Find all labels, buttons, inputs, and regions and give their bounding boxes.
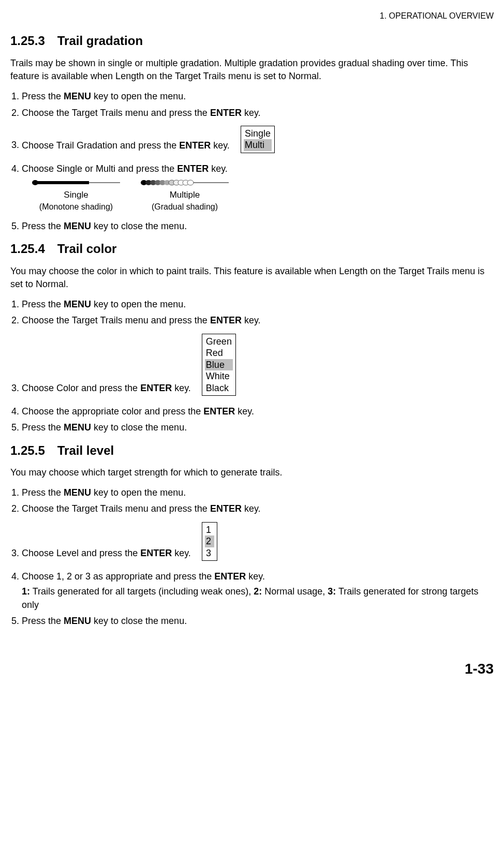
single-label: Single — [32, 189, 120, 201]
single-shading-col: Single (Monotone shading) — [32, 180, 120, 213]
option-green: Green — [205, 336, 233, 348]
list-item: Choose the Target Trails menu and press … — [22, 502, 494, 515]
chapter-header: 1. OPERATIONAL OVERVIEW — [10, 10, 494, 22]
svg-rect-1 — [35, 181, 89, 184]
option-level-1: 1 — [205, 524, 214, 536]
section-1255-num: 1.25.5 — [10, 443, 45, 457]
list-item: Press the MENU key to open the menu. — [22, 486, 494, 499]
list-item: Choose the Target Trails menu and press … — [22, 314, 494, 327]
list-item: Choose the Target Trails menu and press … — [22, 107, 494, 120]
option-blue: Blue — [205, 359, 233, 371]
option-level-3: 3 — [205, 547, 214, 559]
section-1255-steps: Press the MENU key to open the menu. Cho… — [10, 486, 494, 628]
option-red: Red — [205, 347, 233, 359]
list-item: Choose Trail Gradation and press the ENT… — [22, 123, 494, 159]
color-option-box: Green Red Blue White Black — [202, 334, 236, 396]
section-1254-title: Trail color — [57, 242, 117, 256]
list-item: Press the MENU key to open the menu. — [22, 90, 494, 103]
option-single: Single — [244, 128, 272, 140]
section-1255-intro: You may choose which target strength for… — [10, 466, 494, 479]
multiple-shading-col: Multiple (Gradual shading) — [141, 180, 229, 213]
single-sublabel: (Monotone shading) — [32, 201, 120, 213]
gradation-option-box: Single Multi — [241, 126, 275, 153]
section-1253-heading: 1.25.3Trail gradation — [10, 32, 494, 50]
svg-point-13 — [187, 180, 194, 185]
level-explanation: 1: Trails generated for all targets (inc… — [22, 585, 494, 611]
list-item: Press the MENU key to close the menu. — [22, 220, 494, 233]
list-item: Press the MENU key to close the menu. — [22, 615, 494, 628]
list-item: Choose Single or Multi and press the ENT… — [22, 162, 494, 213]
list-item: Choose Color and press the ENTER key. Gr… — [22, 331, 494, 403]
section-1254-steps: Press the MENU key to open the menu. Cho… — [10, 298, 494, 434]
level-option-box: 1 2 3 — [202, 522, 217, 561]
option-black: Black — [205, 382, 233, 394]
section-1254-heading: 1.25.4Trail color — [10, 240, 494, 258]
list-item: Choose 1, 2 or 3 as appropriate and pres… — [22, 570, 494, 612]
option-level-2: 2 — [205, 535, 214, 547]
section-1253-intro: Trails may be shown in single or multipl… — [10, 57, 494, 83]
list-item: Choose the appropriate color and press t… — [22, 405, 494, 418]
section-1253-num: 1.25.3 — [10, 34, 45, 48]
list-item: Press the MENU key to open the menu. — [22, 298, 494, 311]
section-1254-intro: You may choose the color in which to pai… — [10, 265, 494, 291]
section-1253-title: Trail gradation — [57, 34, 143, 48]
option-white: White — [205, 370, 233, 382]
multiple-sublabel: (Gradual shading) — [141, 201, 229, 213]
shading-diagram: Single (Monotone shading) — [32, 180, 494, 213]
page-number: 1-33 — [10, 659, 494, 679]
section-1254-num: 1.25.4 — [10, 242, 45, 256]
list-item: Press the MENU key to close the menu. — [22, 421, 494, 434]
section-1253-steps: Press the MENU key to open the menu. Cho… — [10, 90, 494, 233]
multiple-label: Multiple — [141, 189, 229, 201]
section-1255-heading: 1.25.5Trail level — [10, 442, 494, 459]
list-item: Choose Level and press the ENTER key. 1 … — [22, 519, 494, 568]
option-multi: Multi — [244, 139, 272, 151]
multiple-shading-icon — [141, 180, 229, 186]
single-shading-icon — [32, 180, 120, 186]
section-1255-title: Trail level — [57, 443, 114, 457]
